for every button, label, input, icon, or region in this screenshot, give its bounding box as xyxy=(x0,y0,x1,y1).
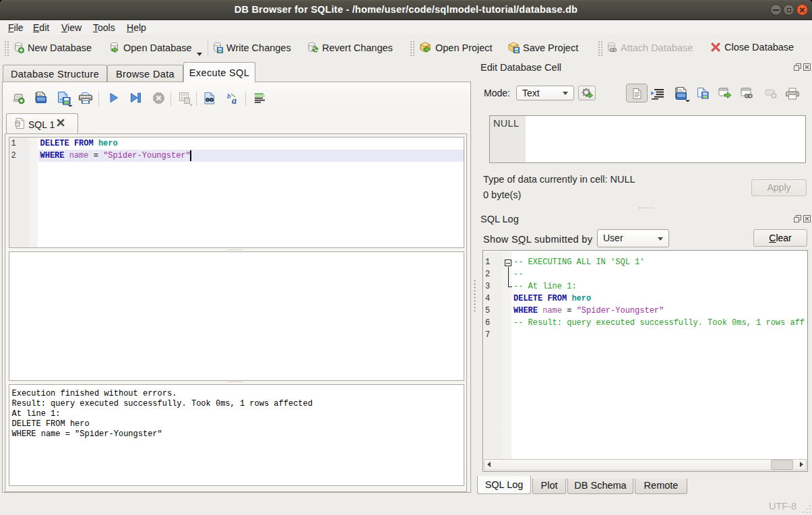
svg-text:b: b xyxy=(227,92,231,100)
svg-text:a: a xyxy=(232,96,237,105)
